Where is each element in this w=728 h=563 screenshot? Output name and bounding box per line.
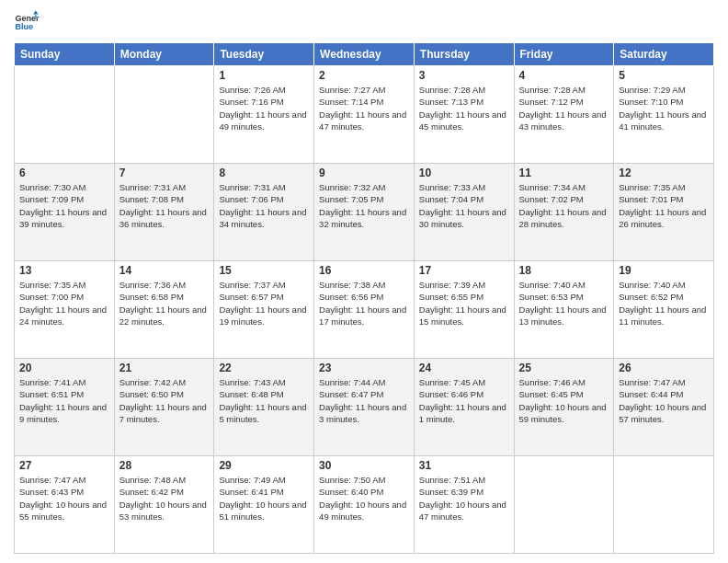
day-info: Sunrise: 7:34 AM Sunset: 7:02 PM Dayligh… (519, 181, 609, 230)
day-number: 12 (619, 167, 709, 179)
day-cell: 25Sunrise: 7:46 AM Sunset: 6:45 PM Dayli… (514, 359, 614, 456)
day-number: 8 (219, 167, 309, 179)
day-number: 10 (419, 167, 509, 179)
weekday-sunday: Sunday (15, 43, 115, 66)
day-info: Sunrise: 7:49 AM Sunset: 6:41 PM Dayligh… (219, 474, 309, 523)
day-info: Sunrise: 7:50 AM Sunset: 6:40 PM Dayligh… (319, 474, 409, 523)
day-number: 25 (519, 362, 609, 374)
day-cell: 9Sunrise: 7:32 AM Sunset: 7:05 PM Daylig… (314, 164, 415, 261)
day-number: 18 (519, 264, 609, 277)
day-cell: 23Sunrise: 7:44 AM Sunset: 6:47 PM Dayli… (314, 359, 415, 456)
week-row-3: 13Sunrise: 7:35 AM Sunset: 7:00 PM Dayli… (15, 261, 714, 359)
day-cell: 24Sunrise: 7:45 AM Sunset: 6:46 PM Dayli… (414, 359, 514, 456)
day-cell: 30Sunrise: 7:50 AM Sunset: 6:40 PM Dayli… (314, 456, 415, 554)
day-cell: 19Sunrise: 7:40 AM Sunset: 6:52 PM Dayli… (614, 261, 714, 359)
day-cell: 12Sunrise: 7:35 AM Sunset: 7:01 PM Dayli… (614, 164, 714, 261)
day-cell: 11Sunrise: 7:34 AM Sunset: 7:02 PM Dayli… (514, 164, 614, 261)
day-number: 15 (219, 264, 309, 277)
day-cell: 27Sunrise: 7:47 AM Sunset: 6:43 PM Dayli… (15, 456, 115, 554)
logo: General Blue (14, 9, 40, 35)
week-row-5: 27Sunrise: 7:47 AM Sunset: 6:43 PM Dayli… (15, 456, 714, 554)
weekday-monday: Monday (114, 43, 214, 66)
day-cell (514, 456, 614, 554)
day-info: Sunrise: 7:33 AM Sunset: 7:04 PM Dayligh… (419, 181, 509, 230)
weekday-tuesday: Tuesday (214, 43, 314, 66)
svg-marker-2 (33, 10, 39, 14)
day-info: Sunrise: 7:30 AM Sunset: 7:09 PM Dayligh… (19, 181, 109, 230)
day-number: 23 (319, 362, 409, 374)
day-cell: 22Sunrise: 7:43 AM Sunset: 6:48 PM Dayli… (214, 359, 314, 456)
day-info: Sunrise: 7:36 AM Sunset: 6:58 PM Dayligh… (119, 279, 210, 327)
weekday-saturday: Saturday (614, 43, 714, 66)
day-info: Sunrise: 7:27 AM Sunset: 7:14 PM Dayligh… (319, 84, 409, 132)
day-info: Sunrise: 7:47 AM Sunset: 6:44 PM Dayligh… (619, 376, 709, 425)
day-cell: 18Sunrise: 7:40 AM Sunset: 6:53 PM Dayli… (514, 261, 614, 359)
day-info: Sunrise: 7:28 AM Sunset: 7:13 PM Dayligh… (419, 84, 509, 132)
day-number: 17 (419, 264, 509, 277)
day-cell: 3Sunrise: 7:28 AM Sunset: 7:13 PM Daylig… (414, 66, 514, 164)
day-cell: 6Sunrise: 7:30 AM Sunset: 7:09 PM Daylig… (15, 164, 115, 261)
day-info: Sunrise: 7:37 AM Sunset: 6:57 PM Dayligh… (219, 279, 309, 327)
weekday-thursday: Thursday (414, 43, 514, 66)
day-number: 11 (519, 167, 609, 179)
logo-icon: General Blue (14, 9, 40, 35)
day-number: 3 (419, 69, 509, 82)
day-cell: 4Sunrise: 7:28 AM Sunset: 7:12 PM Daylig… (514, 66, 614, 164)
day-cell: 1Sunrise: 7:26 AM Sunset: 7:16 PM Daylig… (214, 66, 314, 164)
day-number: 20 (19, 362, 109, 374)
header: General Blue (14, 9, 714, 35)
day-number: 9 (319, 167, 409, 179)
day-number: 5 (619, 69, 709, 82)
day-cell: 29Sunrise: 7:49 AM Sunset: 6:41 PM Dayli… (214, 456, 314, 554)
day-info: Sunrise: 7:31 AM Sunset: 7:08 PM Dayligh… (119, 181, 210, 230)
day-info: Sunrise: 7:32 AM Sunset: 7:05 PM Dayligh… (319, 181, 409, 230)
day-info: Sunrise: 7:41 AM Sunset: 6:51 PM Dayligh… (19, 376, 109, 425)
day-cell: 15Sunrise: 7:37 AM Sunset: 6:57 PM Dayli… (214, 261, 314, 359)
day-cell: 26Sunrise: 7:47 AM Sunset: 6:44 PM Dayli… (614, 359, 714, 456)
weekday-header-row: SundayMondayTuesdayWednesdayThursdayFrid… (15, 43, 714, 66)
day-info: Sunrise: 7:47 AM Sunset: 6:43 PM Dayligh… (19, 474, 109, 523)
day-number: 1 (219, 69, 309, 82)
day-number: 26 (619, 362, 709, 374)
day-number: 7 (119, 167, 210, 179)
day-number: 6 (19, 167, 109, 179)
day-info: Sunrise: 7:46 AM Sunset: 6:45 PM Dayligh… (519, 376, 609, 425)
day-cell: 20Sunrise: 7:41 AM Sunset: 6:51 PM Dayli… (15, 359, 115, 456)
day-info: Sunrise: 7:40 AM Sunset: 6:52 PM Dayligh… (619, 279, 709, 327)
day-cell: 5Sunrise: 7:29 AM Sunset: 7:10 PM Daylig… (614, 66, 714, 164)
day-cell: 8Sunrise: 7:31 AM Sunset: 7:06 PM Daylig… (214, 164, 314, 261)
day-number: 31 (419, 459, 509, 472)
day-info: Sunrise: 7:35 AM Sunset: 7:01 PM Dayligh… (619, 181, 709, 230)
day-cell: 31Sunrise: 7:51 AM Sunset: 6:39 PM Dayli… (414, 456, 514, 554)
calendar-table: SundayMondayTuesdayWednesdayThursdayFrid… (14, 42, 714, 554)
day-cell (114, 66, 214, 164)
day-cell (614, 456, 714, 554)
day-number: 4 (519, 69, 609, 82)
day-cell: 14Sunrise: 7:36 AM Sunset: 6:58 PM Dayli… (114, 261, 214, 359)
day-info: Sunrise: 7:38 AM Sunset: 6:56 PM Dayligh… (319, 279, 409, 327)
day-number: 28 (119, 459, 210, 472)
day-number: 29 (219, 459, 309, 472)
day-cell: 21Sunrise: 7:42 AM Sunset: 6:50 PM Dayli… (114, 359, 214, 456)
day-cell: 10Sunrise: 7:33 AM Sunset: 7:04 PM Dayli… (414, 164, 514, 261)
weekday-wednesday: Wednesday (314, 43, 415, 66)
week-row-2: 6Sunrise: 7:30 AM Sunset: 7:09 PM Daylig… (15, 164, 714, 261)
day-info: Sunrise: 7:31 AM Sunset: 7:06 PM Dayligh… (219, 181, 309, 230)
day-info: Sunrise: 7:42 AM Sunset: 6:50 PM Dayligh… (119, 376, 210, 425)
day-info: Sunrise: 7:29 AM Sunset: 7:10 PM Dayligh… (619, 84, 709, 132)
day-number: 16 (319, 264, 409, 277)
day-info: Sunrise: 7:48 AM Sunset: 6:42 PM Dayligh… (119, 474, 210, 523)
day-info: Sunrise: 7:44 AM Sunset: 6:47 PM Dayligh… (319, 376, 409, 425)
day-info: Sunrise: 7:45 AM Sunset: 6:46 PM Dayligh… (419, 376, 509, 425)
day-info: Sunrise: 7:39 AM Sunset: 6:55 PM Dayligh… (419, 279, 509, 327)
day-number: 2 (319, 69, 409, 82)
day-info: Sunrise: 7:26 AM Sunset: 7:16 PM Dayligh… (219, 84, 309, 132)
week-row-1: 1Sunrise: 7:26 AM Sunset: 7:16 PM Daylig… (15, 66, 714, 164)
day-cell: 16Sunrise: 7:38 AM Sunset: 6:56 PM Dayli… (314, 261, 415, 359)
day-cell: 2Sunrise: 7:27 AM Sunset: 7:14 PM Daylig… (314, 66, 415, 164)
day-cell: 13Sunrise: 7:35 AM Sunset: 7:00 PM Dayli… (15, 261, 115, 359)
day-info: Sunrise: 7:51 AM Sunset: 6:39 PM Dayligh… (419, 474, 509, 523)
day-cell: 7Sunrise: 7:31 AM Sunset: 7:08 PM Daylig… (114, 164, 214, 261)
day-info: Sunrise: 7:40 AM Sunset: 6:53 PM Dayligh… (519, 279, 609, 327)
day-cell (15, 66, 115, 164)
